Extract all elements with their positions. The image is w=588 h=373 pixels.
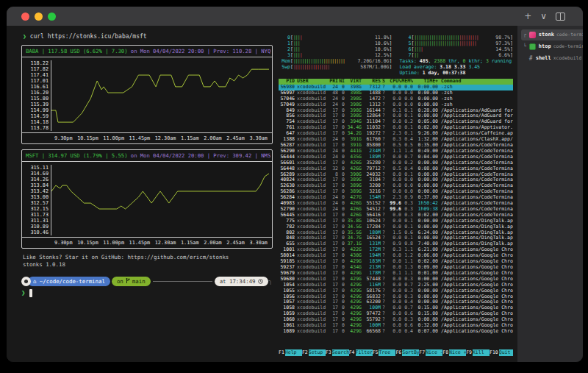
process-row[interactable]: 56601xcodebuild170426G35280?0.00.20:00.0… [279,160,513,166]
titlebar[interactable]: + ∨ [7,7,583,26]
column-header-time[interactable]: TIME+ [413,79,438,85]
process-row[interactable]: 1061xcodebuild170429G100M?0.00.60:32.00/… [279,323,513,329]
column-header-s[interactable]: S [381,79,387,85]
process-row[interactable]: 761xcodebuild17034.4G11032?0.00.10:02.00… [279,125,513,131]
process-row[interactable]: 59680xcodebuild170429G57448?0.00.30:00.0… [279,277,513,283]
process-row[interactable]: 56287xcodebuild170391G85800?0.50.50:35.0… [279,143,513,149]
tab-shell[interactable]: #shellxcodebuild [521,53,584,64]
process-row[interactable]: 1056xcodebuild170429G56832?0.00.30:00.00… [279,294,513,300]
column-header-user[interactable]: USER [295,79,329,85]
process-row[interactable]: 56980xcodebuild240398G7312?0.00.00:00.00… [279,85,513,90]
fnkey-f9[interactable]: F9Kill [466,349,490,356]
process-row[interactable]: 56997xcodebuild480398G1488?0.00.00:00.00… [279,90,513,96]
process-row[interactable]: 56445xcodebuild170426G56416?0.00.30:02.0… [279,213,513,219]
process-row[interactable]: 52630xcodebuild170389G3200?0.00.00:00.00… [279,183,513,189]
cell: 0.1 [401,125,413,131]
process-row[interactable]: 59185xcodebuild170429G183M?0.01.10:02.00… [279,259,513,265]
cell: 0.7 [401,283,413,288]
fnkey-f5[interactable]: F5Tree [373,349,396,356]
tab-htop[interactable]: └htopcode-terminal [521,41,584,52]
process-row[interactable]: 782xcodebuild17034.5G17284?0.00.10:00.00… [279,224,513,230]
cell: 56289 [279,172,295,178]
column-header-cpu[interactable]: CPU% [387,79,401,85]
fnkey-f7[interactable]: F7Nice - [419,349,442,356]
column-header-command[interactable]: Command [438,79,513,85]
column-header-ni[interactable]: NI [338,79,345,85]
process-row[interactable]: 1057xcodebuild170429G63200?0.00.40:00.00… [279,299,513,305]
cell: 398G [345,113,362,119]
process-row[interactable]: 56284xcodebuild240427G154M?2.30.90:37.00… [279,195,513,201]
fnkey-f1[interactable]: F1Help [279,349,302,356]
process-row[interactable]: 1058xcodebuild170429G100M?0.00.70:15.00/… [279,305,513,311]
process-row[interactable]: 56290xcodebuild240441G234M?1.11.40:49.00… [279,149,513,154]
process-row[interactable]: 849xcodebuild170398G16144?0.10.10:28.00/… [279,108,513,114]
process-row[interactable]: 655xcodebuild17037.1G131M?0.90.87:40.00/… [279,241,513,247]
process-row[interactable]: 56286xcodebuild170389G3216?0.00.00:00.00… [279,189,513,195]
fnkey-f6[interactable]: F6SortBy [395,349,419,356]
process-row[interactable]: 40824xcodebuild170389G3104?0.00.00:00.00… [279,177,513,183]
cell: 56997 [279,90,295,96]
sidebar-toggle-icon[interactable] [556,13,565,21]
cell: 0.9 [401,195,413,201]
process-row[interactable]: 802xcodebuild17035.5G180M?1.50.66:24.00/… [279,230,513,236]
process-row[interactable]: 1060xcodebuild170429G55792?0.00.30:00.00… [279,317,513,323]
tab-subtitle: code-terminal [556,32,584,38]
column-header-mem[interactable]: MEM% [401,79,413,85]
column-header-res[interactable]: RES [362,79,381,85]
process-row[interactable]: 56444xcodebuild240435G189M?0.00.70:04.00… [279,154,513,160]
cell: 0.3 [401,201,413,207]
minimize-button[interactable] [35,13,43,21]
cell: 2.3 [387,195,401,201]
new-tab-icon[interactable]: + [524,11,531,21]
process-row[interactable]: 1055xcodebuild170429G58176?0.00.30:00.00… [279,288,513,294]
process-row[interactable]: 754xcodebuild170394G31104?0.00.20:05.00/… [279,119,513,125]
cell: 194M [362,253,381,259]
tab-stonk[interactable]: ┌stonkcode-terminal [521,29,584,40]
process-row[interactable]: 848xcodebuild17034.7G16524?0.00.10:00.00… [279,235,513,241]
column-header-pri[interactable]: PRI [329,79,338,85]
fnkey-f10[interactable]: F10Quit [490,349,513,356]
process-row[interactable]: 52790xcodebuild240426G54512?99.60.31h09:… [279,207,513,213]
close-button[interactable] [21,13,29,21]
fnkey-f8[interactable]: F8Nice + [442,349,466,356]
x-axis-labels: 9.30pm10.15pm11.00pm11.45pm12.30am1.15am… [22,132,272,143]
table-header-row[interactable]: PIDUSERPRINIVIRTRESSCPU%MEM%TIME+Command [279,79,513,85]
cell: 0.0 [401,96,413,102]
cell: 99.6 [387,201,401,207]
column-header-virt[interactable]: VIRT [345,79,362,85]
process-row[interactable]: 56448xcodebuild320426G79712?0.50.40:08.0… [279,166,513,172]
fnkey-f4[interactable]: F4Filter [349,349,373,356]
cell: xcodebuild [295,131,329,137]
cell: 426G [345,213,362,219]
process-row[interactable]: 1089xcodebuild170429G66568?0.00.40:07.00… [279,329,513,335]
process-row[interactable]: 1059xcodebuild170429G97472?0.00.60:15.00… [279,311,513,317]
cell: /Applications/Caffeine.ap [438,131,513,137]
process-row[interactable]: 1054xcodebuild170429G116M?0.00.72:25.00/… [279,283,513,288]
chevron-down-icon[interactable]: ∨ [540,11,547,21]
process-row[interactable]: 1001xcodebuild170422G172M?0.31.16:21.00/… [279,247,513,253]
process-row[interactable]: 56289xcodebuild80390G24032?0.00.10:00.00… [279,172,513,178]
zoom-button[interactable] [48,13,56,21]
cell: 234M [362,149,381,154]
process-row[interactable]: 59679xcodebuild170429G178M?0.11.10:01.00… [279,271,513,277]
cell: 0:35.00 [413,143,438,149]
process-row[interactable]: 856xcodebuild170398G12864?0.00.10:00.00/… [279,113,513,119]
cell: xcodebuild [295,177,329,183]
cell: 17 [329,213,338,219]
process-row[interactable]: 40983xcodebuild240426G55152?99.60.31h50:… [279,201,513,207]
cell: -zsh [438,85,513,90]
process-row[interactable]: 775xcodebuild17035.8G10624?0.00.10:00.00… [279,219,513,224]
cell: 849 [279,108,295,114]
process-row[interactable]: 59237xcodebuild170434G213M?0.01.30:09.00… [279,265,513,271]
cell: 37.1G [345,241,362,247]
process-row[interactable]: 647xcodebuild17034.2G19272?2.30.19:26.00… [279,131,513,137]
cell: 0.0 [387,160,401,166]
fnkey-f2[interactable]: F2Setup [302,349,326,356]
process-row[interactable]: 1388xcodebuild240391G61760?0.30.41:32.00… [279,137,513,143]
process-row[interactable]: 57049xcodebuild240398G1312?0.00.00:00.00… [279,102,513,108]
fnkey-f3[interactable]: F3Search [326,349,349,356]
column-header-pid[interactable]: PID [279,79,295,85]
process-row[interactable]: 57046xcodebuild240398G1472?0.00.00:00.00… [279,96,513,102]
process-row[interactable]: 58014xcodebuild170430G194M?0.01.20:06.00… [279,253,513,259]
input-line[interactable]: ❯ [21,288,273,297]
